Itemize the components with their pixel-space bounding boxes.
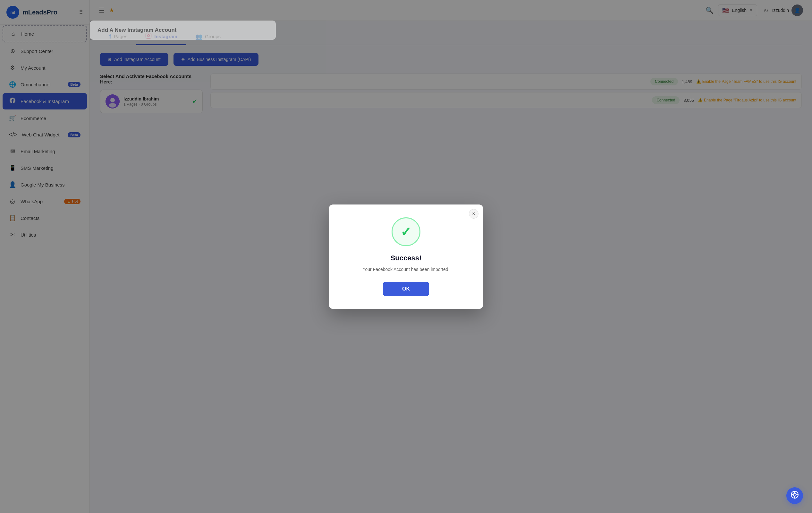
close-icon: × — [472, 211, 475, 217]
modal-close-button[interactable]: × — [469, 209, 478, 219]
modal-overlay: Add A New Instagram Account × ✓ Success!… — [0, 0, 812, 513]
background-modal-hint: Add A New Instagram Account — [90, 21, 276, 40]
svg-point-7 — [793, 493, 796, 496]
support-fab-button[interactable] — [786, 487, 803, 504]
success-modal: × ✓ Success! Your Facebook Account has b… — [329, 205, 483, 309]
bg-modal-title: Add A New Instagram Account — [97, 27, 268, 33]
modal-message: Your Facebook Account has been imported! — [362, 266, 449, 273]
checkmark-icon: ✓ — [401, 224, 411, 239]
modal-title: Success! — [390, 254, 422, 262]
support-icon — [790, 490, 799, 501]
success-circle: ✓ — [392, 217, 420, 246]
ok-button[interactable]: OK — [383, 282, 429, 296]
